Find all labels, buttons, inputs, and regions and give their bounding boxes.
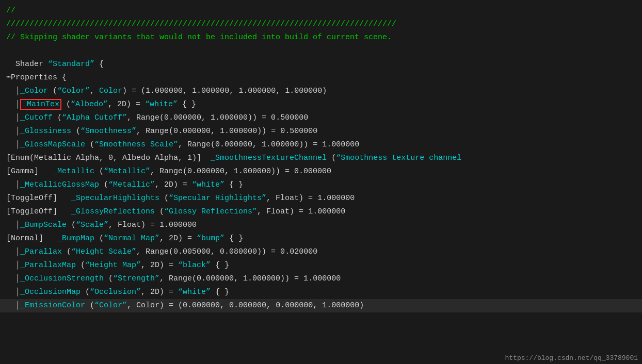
line-color: │_Color (“Color”, Color) = (1.000000, 1.… xyxy=(0,85,642,98)
line-bump-map: [Normal] _BumpMap (“Normal Map”, 2D) = “… xyxy=(0,232,642,245)
line-metallic: [Gamma] _Metallic (“Metallic”, Range(0.0… xyxy=(0,165,642,178)
line-emission-color: │_EmissionColor (“Color”, Color) = (0.00… xyxy=(0,299,642,312)
line-glossy-reflections: [ToggleOff] _GlossyReflections (“Glossy … xyxy=(0,205,642,219)
line-shader: Shader “Standard” { xyxy=(0,58,642,71)
line-maintex: │_MainTex (“Albedo”, 2D) = “white” { } xyxy=(0,98,642,111)
line-occlusion-strength: │_OcclusionStrength (“Strength”, Range(0… xyxy=(0,272,642,286)
line-parallax: │_Parallax (“Height Scale”, Range(0.0050… xyxy=(0,245,642,259)
line-parallax-map: │_ParallaxMap (“Height Map”, 2D) = “blac… xyxy=(0,259,642,272)
line-comment-2: ////////////////////////////////////////… xyxy=(0,18,642,31)
line-bump-scale: │_BumpScale (“Scale”, Float) = 1.000000 xyxy=(0,219,642,232)
line-properties: ⋯Properties { xyxy=(0,71,642,85)
code-container: // /////////////////////////////////////… xyxy=(0,0,642,364)
line-cutoff: │_Cutoff (“Alpha Cutoff”, Range(0.000000… xyxy=(0,111,642,125)
watermark: https://blog.csdn.net/qq_33789001 xyxy=(505,354,638,362)
line-glossmapscale: │_GlossMapScale (“Smoothness Scale”, Ran… xyxy=(0,138,642,152)
line-comment-3: // Skipping shader variants that would n… xyxy=(0,31,642,44)
line-specular-highlights: [ToggleOff] _SpecularHighlights (“Specul… xyxy=(0,192,642,205)
line-comment-1: // xyxy=(0,4,642,18)
line-occlusion-map: │_OcclusionMap (“Occlusion”, 2D) = “whit… xyxy=(0,286,642,299)
line-metallic-gloss-map: │_MetallicGlossMap (“Metallic”, 2D) = “w… xyxy=(0,178,642,192)
line-smoothness-texture-channel: [Enum(Metallic Alpha, 0, Albedo Alpha, 1… xyxy=(0,152,642,165)
line-blank xyxy=(0,44,642,58)
line-glossiness: │_Glossiness (“Smoothness”, Range(0.0000… xyxy=(0,125,642,138)
